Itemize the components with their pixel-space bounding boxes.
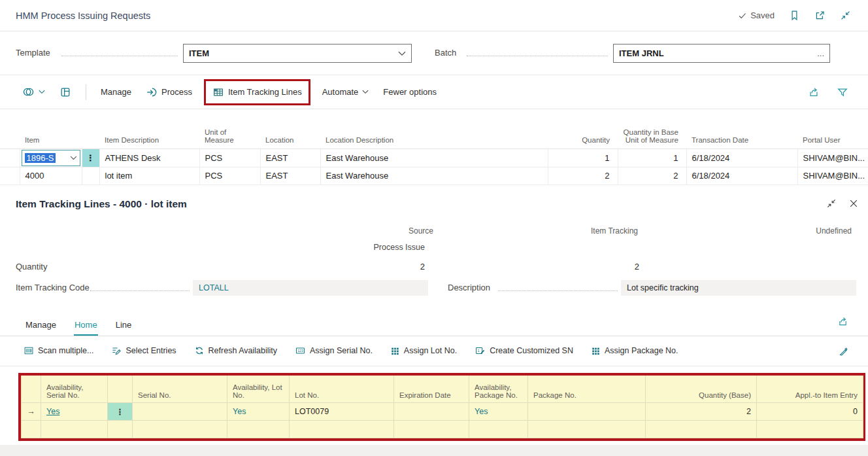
appl-to-item-entry-cell[interactable]: 0 bbox=[757, 403, 863, 421]
action-label: Select Entries bbox=[125, 346, 176, 355]
item-tracking-code-field[interactable]: LOTALL bbox=[193, 280, 428, 296]
col-quantity[interactable]: Quantity bbox=[548, 109, 618, 149]
template-value: ITEM bbox=[189, 48, 398, 58]
col-appl-to-item-entry[interactable]: Appl.-to Item Entry bbox=[757, 376, 863, 403]
package-no-cell[interactable] bbox=[528, 403, 646, 421]
col-availability-lot-no[interactable]: Availability, Lot No. bbox=[227, 376, 290, 403]
create-customized-sn-button[interactable]: 1 Create Customized SN bbox=[475, 345, 573, 356]
lot-no-cell[interactable] bbox=[290, 421, 394, 438]
refresh-availability-button[interactable]: Refresh Availability bbox=[194, 345, 277, 356]
close-icon[interactable] bbox=[848, 198, 859, 209]
automate-button[interactable]: Automate bbox=[322, 87, 369, 97]
scan-multiple-button[interactable]: Scan multiple... bbox=[24, 345, 93, 356]
tab-manage[interactable]: Manage bbox=[25, 320, 57, 336]
tracking-line-row-1: → Yes ⋮ Yes LOT0079 Yes 2 0 bbox=[22, 403, 863, 421]
col-item-description[interactable]: Item Description bbox=[99, 109, 199, 149]
col-portal-user[interactable]: Portal User bbox=[797, 109, 868, 149]
col-unit-of-measure[interactable]: Unit of Measure bbox=[199, 109, 260, 149]
quantity-cell[interactable]: 2 bbox=[548, 167, 618, 184]
share-icon[interactable] bbox=[808, 86, 820, 98]
layout-view-button[interactable] bbox=[59, 86, 71, 98]
uom-cell[interactable]: PCS bbox=[199, 149, 260, 167]
tracking-code-row: Item Tracking Code LOTALL Description Lo… bbox=[0, 277, 868, 301]
select-entries-button[interactable]: Select Entries bbox=[111, 345, 176, 356]
expiration-date-cell[interactable] bbox=[394, 421, 469, 438]
expiration-date-cell[interactable] bbox=[394, 403, 469, 421]
location-cell[interactable]: EAST bbox=[260, 149, 320, 167]
quantity-label: Quantity bbox=[16, 262, 47, 272]
bookmark-icon[interactable] bbox=[789, 10, 800, 21]
col-quantity-base[interactable]: Quantity in Base Unit of Measure bbox=[618, 109, 686, 149]
filter-icon[interactable] bbox=[837, 86, 848, 98]
manage-button[interactable]: Manage bbox=[101, 87, 131, 97]
col-transaction-date[interactable]: Transaction Date bbox=[686, 109, 797, 149]
transaction-date-cell[interactable]: 6/18/2024 bbox=[686, 167, 797, 184]
template-select[interactable]: ITEM bbox=[183, 44, 412, 63]
fewer-options-button[interactable]: Fewer options bbox=[383, 87, 437, 97]
col-expiration-date[interactable]: Expiration Date bbox=[394, 376, 469, 403]
assign-lot-no-button[interactable]: Assign Lot No. bbox=[390, 346, 457, 356]
item-description-cell[interactable]: ATHENS Desk bbox=[99, 149, 199, 167]
col-availability-serial-no[interactable]: Availability, Serial No. bbox=[41, 376, 108, 403]
availability-package-cell[interactable] bbox=[469, 421, 528, 438]
item-description-cell[interactable]: lot item bbox=[99, 167, 199, 184]
row-selector-cell[interactable] bbox=[108, 421, 133, 438]
row-selector-cell[interactable] bbox=[82, 167, 99, 184]
tab-home[interactable]: Home bbox=[74, 320, 98, 336]
batch-lookup-button[interactable]: ... bbox=[817, 48, 824, 58]
item-tracking-code-value[interactable]: LOTALL bbox=[199, 283, 229, 292]
col-quantity-base[interactable]: Quantity (Base) bbox=[646, 376, 757, 403]
serial-no-cell[interactable] bbox=[133, 421, 227, 438]
location-description-cell[interactable]: East Warehouse bbox=[320, 167, 548, 184]
location-cell[interactable]: EAST bbox=[260, 167, 320, 184]
portal-user-cell[interactable]: SHIVAM@BIN... bbox=[797, 149, 868, 167]
open-in-new-window-icon[interactable] bbox=[814, 10, 826, 21]
batch-input[interactable]: ITEM JRNL ... bbox=[613, 44, 830, 63]
portal-user-cell[interactable]: SHIVAM@BIN... bbox=[797, 167, 868, 184]
select-entries-icon bbox=[111, 345, 122, 356]
collapse-window-icon[interactable] bbox=[840, 10, 851, 21]
toolbar-divider bbox=[86, 84, 86, 100]
lot-no-cell[interactable]: LOT0079 bbox=[290, 403, 394, 421]
availability-package-value[interactable]: Yes bbox=[475, 407, 488, 416]
assign-package-no-button[interactable]: Assign Package No. bbox=[591, 346, 678, 356]
row-selector-cell[interactable]: ⋮ bbox=[108, 403, 133, 421]
quantity-base-cell[interactable]: 1 bbox=[618, 149, 686, 167]
description-label: Description bbox=[448, 283, 490, 292]
tab-line[interactable]: Line bbox=[115, 320, 133, 336]
availability-serial-cell[interactable] bbox=[41, 421, 108, 438]
col-lot-no[interactable]: Lot No. bbox=[290, 376, 394, 403]
quantity-base-cell[interactable]: 2 bbox=[646, 403, 757, 421]
availability-serial-value[interactable]: Yes bbox=[46, 407, 59, 416]
uom-cell[interactable]: PCS bbox=[199, 167, 260, 184]
col-serial-no[interactable]: Serial No. bbox=[133, 376, 227, 403]
quantity-base-cell[interactable]: 2 bbox=[618, 167, 686, 184]
related-menu-button[interactable] bbox=[22, 86, 45, 98]
item-combobox[interactable]: 1896-S bbox=[22, 150, 80, 166]
availability-lot-cell[interactable] bbox=[227, 421, 290, 438]
collapse-panel-icon[interactable] bbox=[826, 198, 837, 209]
description-field[interactable]: Lot specific tracking bbox=[621, 280, 856, 296]
col-item[interactable]: Item bbox=[20, 109, 82, 149]
row-selector-cell[interactable]: ⋮ bbox=[82, 149, 99, 167]
item-tracking-lines-button[interactable]: Item Tracking Lines bbox=[212, 86, 302, 98]
business-central-page: HMM Process Issuing Requests Saved Templ… bbox=[0, 0, 868, 456]
share-icon[interactable] bbox=[837, 316, 848, 327]
serial-no-cell[interactable] bbox=[133, 403, 227, 421]
personalize-icon[interactable] bbox=[839, 345, 850, 357]
appl-to-item-entry-cell[interactable] bbox=[757, 421, 863, 438]
quantity-base-cell[interactable] bbox=[646, 421, 757, 438]
quantity-cell[interactable]: 1 bbox=[548, 149, 618, 167]
location-description-cell[interactable]: East Warehouse bbox=[320, 149, 548, 167]
availability-lot-value[interactable]: Yes bbox=[233, 407, 246, 416]
col-availability-package-no[interactable]: Availability, Package No. bbox=[469, 376, 528, 403]
col-location-description[interactable]: Location Description bbox=[320, 109, 548, 149]
item-cell[interactable]: 4000 bbox=[20, 167, 82, 184]
assign-serial-no-button[interactable]: 123 Assign Serial No. bbox=[295, 345, 373, 356]
svg-text:123: 123 bbox=[297, 349, 303, 353]
col-package-no[interactable]: Package No. bbox=[528, 376, 646, 403]
transaction-date-cell[interactable]: 6/18/2024 bbox=[686, 149, 797, 167]
process-button[interactable]: Process bbox=[146, 86, 192, 98]
col-location[interactable]: Location bbox=[260, 109, 320, 149]
package-no-cell[interactable] bbox=[528, 421, 646, 438]
